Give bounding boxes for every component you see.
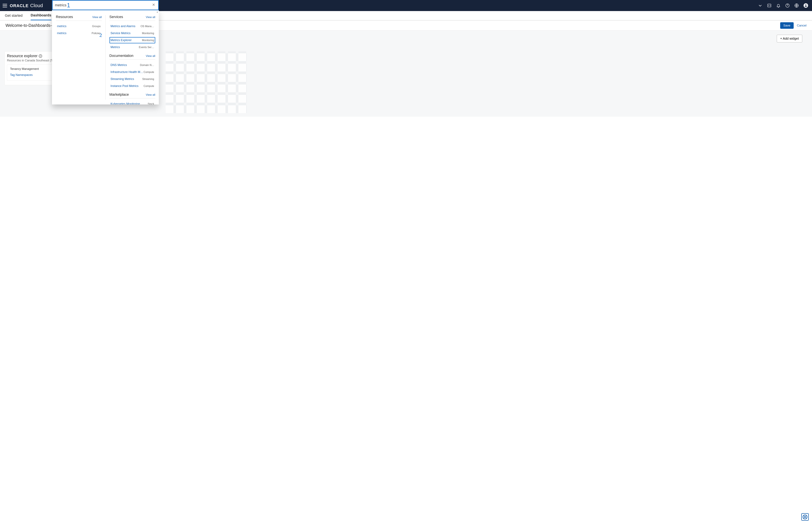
scroll-up-icon[interactable]: ▲ xyxy=(157,11,158,13)
menu-icon[interactable] xyxy=(2,3,8,8)
save-button[interactable]: Save xyxy=(780,22,794,29)
result-name: Metrics Explorer xyxy=(110,39,132,42)
info-icon[interactable]: i xyxy=(39,55,42,58)
globe-icon[interactable] xyxy=(794,3,799,8)
search-input[interactable] xyxy=(55,3,152,7)
search-result-item[interactable]: DNS MetricsDomain N… xyxy=(109,62,155,68)
cancel-button[interactable]: Cancel xyxy=(797,24,807,27)
empty-widget-grid[interactable] xyxy=(166,51,247,113)
view-all-link[interactable]: View all xyxy=(146,55,155,58)
result-type: Compute xyxy=(144,71,154,74)
avatar[interactable] xyxy=(804,3,808,8)
widget-title: Resource explorer xyxy=(7,54,38,58)
search-result-item[interactable]: Infrastructure Health M…Compute xyxy=(109,69,155,75)
result-type: Monitoring xyxy=(142,39,154,42)
tab-dashboards[interactable]: Dashboards xyxy=(31,11,51,20)
header-actions xyxy=(758,3,810,8)
bell-icon[interactable] xyxy=(776,3,780,8)
result-type: Policies xyxy=(91,32,101,35)
section-title: Documentation xyxy=(109,54,133,58)
svg-rect-0 xyxy=(768,4,771,7)
results-section-resources: Resources View all metricsGroupsmetricsP… xyxy=(56,15,102,36)
section-title: Resources xyxy=(56,15,73,19)
result-type: Streaming xyxy=(142,78,154,81)
search-result-item[interactable]: Service MetricsMonitoring xyxy=(109,30,155,36)
search-result-item[interactable]: Metrics ExplorerMonitoring xyxy=(109,37,155,43)
section-title: Marketplace xyxy=(109,93,129,97)
add-widget-button[interactable]: + Add widget xyxy=(777,35,802,42)
close-icon[interactable] xyxy=(152,3,155,7)
result-name: metrics xyxy=(57,32,66,35)
result-name: metrics xyxy=(57,24,66,28)
result-type: Events Ser… xyxy=(139,46,154,49)
search-result-item[interactable]: Metrics and AlarmsOS Mana… xyxy=(109,23,155,29)
search-result-item[interactable]: metricsPolicies xyxy=(56,30,102,36)
result-name: Service Metrics xyxy=(110,32,130,35)
search-result-item[interactable]: Kubernetes Monitoring…Stack xyxy=(109,101,155,104)
global-header: ORACLE Cloud xyxy=(0,0,812,11)
result-name: Metrics xyxy=(110,45,120,49)
global-search xyxy=(52,0,159,10)
view-all-link[interactable]: View all xyxy=(92,16,102,19)
search-result-item[interactable]: metricsGroups xyxy=(56,23,102,29)
svg-point-3 xyxy=(805,4,806,5)
brand-cloud: Cloud xyxy=(30,3,43,8)
result-type: OS Mana… xyxy=(141,25,154,28)
search-result-item[interactable]: MetricsEvents Ser… xyxy=(109,44,155,51)
result-type: Domain N… xyxy=(140,64,154,67)
search-results-panel: ▲ Resources View all metricsGroupsmetric… xyxy=(52,10,159,104)
result-name: Metrics and Alarms xyxy=(110,24,136,28)
result-name: Infrastructure Health M… xyxy=(110,71,143,74)
result-type: Monitoring xyxy=(142,32,154,35)
results-section-services: Services View all Metrics and AlarmsOS M… xyxy=(109,15,155,51)
section-title: Services xyxy=(109,15,123,19)
tab-get-started[interactable]: Get started xyxy=(5,11,23,20)
search-result-item[interactable]: Instance Pool MetricsCompute xyxy=(109,83,155,89)
result-name: Kubernetes Monitoring… xyxy=(110,102,143,104)
page-title: Welcome-to-Dashboards-d… xyxy=(5,23,58,28)
search-result-item[interactable]: Streaming MetricsStreaming xyxy=(109,76,155,82)
result-type: Groups xyxy=(92,25,101,28)
result-type: Stack xyxy=(148,102,154,105)
help-icon[interactable] xyxy=(785,3,790,8)
results-column-left: Resources View all metricsGroupsmetricsP… xyxy=(52,10,105,104)
view-all-link[interactable]: View all xyxy=(146,16,155,19)
brand-logo[interactable]: ORACLE Cloud xyxy=(10,3,43,8)
dev-tools-icon[interactable] xyxy=(767,3,771,8)
brand-oracle: ORACLE xyxy=(10,3,28,8)
result-type: Compute xyxy=(144,85,154,87)
results-column-right: Services View all Metrics and AlarmsOS M… xyxy=(106,10,159,104)
result-name: Streaming Metrics xyxy=(110,77,134,81)
view-all-link[interactable]: View all xyxy=(146,93,155,97)
chevron-down-icon[interactable] xyxy=(758,3,762,8)
result-name: DNS Metrics xyxy=(110,63,127,67)
result-name: Instance Pool Metrics xyxy=(110,84,139,88)
results-section-documentation: Documentation View all DNS MetricsDomain… xyxy=(109,54,155,89)
results-section-marketplace: Marketplace View all Kubernetes Monitori… xyxy=(109,93,155,104)
